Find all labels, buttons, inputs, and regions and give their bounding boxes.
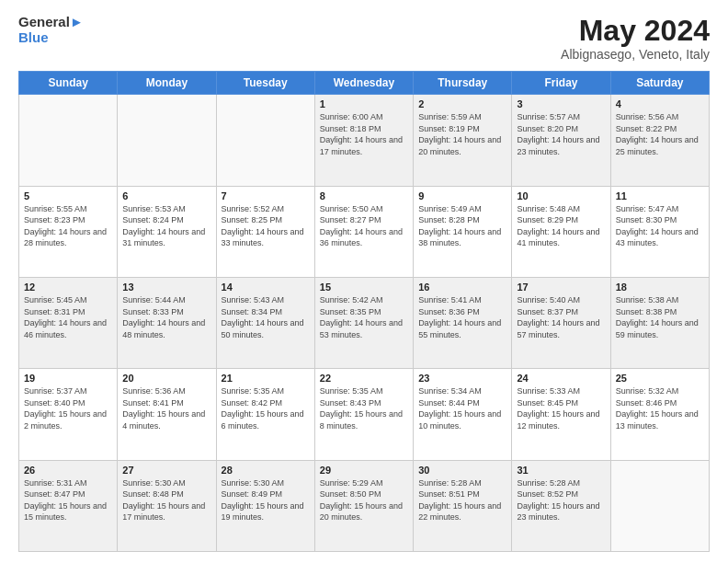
day-info: Sunrise: 5:29 AM Sunset: 8:50 PM Dayligh… bbox=[320, 477, 408, 523]
table-row: 9Sunrise: 5:49 AM Sunset: 8:28 PM Daylig… bbox=[414, 186, 512, 277]
day-info: Sunrise: 5:40 AM Sunset: 8:37 PM Dayligh… bbox=[517, 294, 605, 340]
day-info: Sunrise: 5:41 AM Sunset: 8:36 PM Dayligh… bbox=[418, 294, 506, 340]
day-number: 24 bbox=[517, 373, 605, 384]
day-number: 12 bbox=[24, 282, 112, 293]
calendar-week-row: 26Sunrise: 5:31 AM Sunset: 8:47 PM Dayli… bbox=[19, 460, 710, 551]
logo: General► Blue bbox=[18, 15, 84, 45]
day-info: Sunrise: 5:59 AM Sunset: 8:19 PM Dayligh… bbox=[418, 111, 506, 157]
day-number: 15 bbox=[320, 282, 408, 293]
day-number: 16 bbox=[418, 282, 506, 293]
table-row: 24Sunrise: 5:33 AM Sunset: 8:45 PM Dayli… bbox=[512, 369, 610, 460]
day-info: Sunrise: 5:44 AM Sunset: 8:33 PM Dayligh… bbox=[122, 294, 210, 340]
table-row: 21Sunrise: 5:35 AM Sunset: 8:42 PM Dayli… bbox=[216, 369, 314, 460]
day-number: 7 bbox=[222, 190, 310, 201]
day-number: 26 bbox=[24, 465, 112, 476]
day-info: Sunrise: 5:30 AM Sunset: 8:48 PM Dayligh… bbox=[122, 477, 210, 523]
table-row: 22Sunrise: 5:35 AM Sunset: 8:43 PM Dayli… bbox=[314, 369, 413, 460]
table-row: 29Sunrise: 5:29 AM Sunset: 8:50 PM Dayli… bbox=[314, 460, 413, 551]
day-info: Sunrise: 5:52 AM Sunset: 8:25 PM Dayligh… bbox=[222, 203, 310, 249]
table-row: 3Sunrise: 5:57 AM Sunset: 8:20 PM Daylig… bbox=[512, 95, 610, 186]
day-number: 6 bbox=[122, 190, 210, 201]
day-number: 20 bbox=[122, 373, 210, 384]
table-row: 1Sunrise: 6:00 AM Sunset: 8:18 PM Daylig… bbox=[314, 95, 413, 186]
table-row: 12Sunrise: 5:45 AM Sunset: 8:31 PM Dayli… bbox=[19, 277, 118, 368]
col-sunday: Sunday bbox=[19, 72, 118, 95]
day-info: Sunrise: 5:28 AM Sunset: 8:52 PM Dayligh… bbox=[517, 477, 605, 523]
table-row: 8Sunrise: 5:50 AM Sunset: 8:27 PM Daylig… bbox=[314, 186, 413, 277]
day-number: 25 bbox=[616, 373, 704, 384]
table-row bbox=[19, 95, 118, 186]
table-row: 4Sunrise: 5:56 AM Sunset: 8:22 PM Daylig… bbox=[610, 95, 709, 186]
table-row: 7Sunrise: 5:52 AM Sunset: 8:25 PM Daylig… bbox=[216, 186, 314, 277]
table-row: 11Sunrise: 5:47 AM Sunset: 8:30 PM Dayli… bbox=[610, 186, 709, 277]
calendar-table: Sunday Monday Tuesday Wednesday Thursday… bbox=[18, 71, 710, 552]
day-info: Sunrise: 5:47 AM Sunset: 8:30 PM Dayligh… bbox=[616, 203, 704, 249]
table-row: 6Sunrise: 5:53 AM Sunset: 8:24 PM Daylig… bbox=[118, 186, 216, 277]
calendar-week-row: 1Sunrise: 6:00 AM Sunset: 8:18 PM Daylig… bbox=[19, 95, 710, 186]
day-info: Sunrise: 5:42 AM Sunset: 8:35 PM Dayligh… bbox=[320, 294, 408, 340]
table-row: 27Sunrise: 5:30 AM Sunset: 8:48 PM Dayli… bbox=[118, 460, 216, 551]
day-info: Sunrise: 5:35 AM Sunset: 8:42 PM Dayligh… bbox=[222, 385, 310, 431]
day-info: Sunrise: 5:53 AM Sunset: 8:24 PM Dayligh… bbox=[122, 203, 210, 249]
day-info: Sunrise: 5:49 AM Sunset: 8:28 PM Dayligh… bbox=[418, 203, 506, 249]
day-info: Sunrise: 5:50 AM Sunset: 8:27 PM Dayligh… bbox=[320, 203, 408, 249]
logo-general: General► bbox=[18, 15, 84, 30]
col-monday: Monday bbox=[118, 72, 216, 95]
day-number: 19 bbox=[24, 373, 112, 384]
day-number: 3 bbox=[517, 98, 605, 109]
day-number: 8 bbox=[320, 190, 408, 201]
col-tuesday: Tuesday bbox=[216, 72, 314, 95]
calendar-week-row: 12Sunrise: 5:45 AM Sunset: 8:31 PM Dayli… bbox=[19, 277, 710, 368]
table-row: 17Sunrise: 5:40 AM Sunset: 8:37 PM Dayli… bbox=[512, 277, 610, 368]
table-row bbox=[118, 95, 216, 186]
day-info: Sunrise: 5:37 AM Sunset: 8:40 PM Dayligh… bbox=[24, 385, 112, 431]
day-info: Sunrise: 5:33 AM Sunset: 8:45 PM Dayligh… bbox=[517, 385, 605, 431]
calendar-week-row: 5Sunrise: 5:55 AM Sunset: 8:23 PM Daylig… bbox=[19, 186, 710, 277]
day-info: Sunrise: 5:28 AM Sunset: 8:51 PM Dayligh… bbox=[418, 477, 506, 523]
col-wednesday: Wednesday bbox=[314, 72, 413, 95]
day-info: Sunrise: 5:38 AM Sunset: 8:38 PM Dayligh… bbox=[616, 294, 704, 340]
day-info: Sunrise: 5:30 AM Sunset: 8:49 PM Dayligh… bbox=[222, 477, 310, 523]
day-number: 11 bbox=[616, 190, 704, 201]
day-info: Sunrise: 5:31 AM Sunset: 8:47 PM Dayligh… bbox=[24, 477, 112, 523]
calendar-header-row: Sunday Monday Tuesday Wednesday Thursday… bbox=[19, 72, 710, 95]
day-number: 31 bbox=[517, 465, 605, 476]
day-info: Sunrise: 5:55 AM Sunset: 8:23 PM Dayligh… bbox=[24, 203, 112, 249]
table-row: 5Sunrise: 5:55 AM Sunset: 8:23 PM Daylig… bbox=[19, 186, 118, 277]
day-info: Sunrise: 5:35 AM Sunset: 8:43 PM Dayligh… bbox=[320, 385, 408, 431]
table-row: 13Sunrise: 5:44 AM Sunset: 8:33 PM Dayli… bbox=[118, 277, 216, 368]
day-number: 5 bbox=[24, 190, 112, 201]
col-friday: Friday bbox=[512, 72, 610, 95]
day-number: 17 bbox=[517, 282, 605, 293]
table-row bbox=[216, 95, 314, 186]
day-number: 14 bbox=[222, 282, 310, 293]
table-row: 18Sunrise: 5:38 AM Sunset: 8:38 PM Dayli… bbox=[610, 277, 709, 368]
location: Albignasego, Veneto, Italy bbox=[561, 47, 710, 62]
day-info: Sunrise: 5:56 AM Sunset: 8:22 PM Dayligh… bbox=[616, 111, 704, 157]
col-thursday: Thursday bbox=[414, 72, 512, 95]
calendar-body: 1Sunrise: 6:00 AM Sunset: 8:18 PM Daylig… bbox=[19, 95, 710, 552]
page: General► Blue May 2024 Albignasego, Vene… bbox=[0, 0, 728, 563]
day-info: Sunrise: 6:00 AM Sunset: 8:18 PM Dayligh… bbox=[320, 111, 408, 157]
day-info: Sunrise: 5:36 AM Sunset: 8:41 PM Dayligh… bbox=[122, 385, 210, 431]
day-number: 13 bbox=[122, 282, 210, 293]
day-info: Sunrise: 5:34 AM Sunset: 8:44 PM Dayligh… bbox=[418, 385, 506, 431]
day-info: Sunrise: 5:43 AM Sunset: 8:34 PM Dayligh… bbox=[222, 294, 310, 340]
table-row: 2Sunrise: 5:59 AM Sunset: 8:19 PM Daylig… bbox=[414, 95, 512, 186]
logo-blue: Blue bbox=[18, 30, 84, 46]
table-row: 16Sunrise: 5:41 AM Sunset: 8:36 PM Dayli… bbox=[414, 277, 512, 368]
table-row: 25Sunrise: 5:32 AM Sunset: 8:46 PM Dayli… bbox=[610, 369, 709, 460]
table-row: 14Sunrise: 5:43 AM Sunset: 8:34 PM Dayli… bbox=[216, 277, 314, 368]
day-number: 21 bbox=[222, 373, 310, 384]
day-number: 4 bbox=[616, 98, 704, 109]
table-row: 19Sunrise: 5:37 AM Sunset: 8:40 PM Dayli… bbox=[19, 369, 118, 460]
day-number: 10 bbox=[517, 190, 605, 201]
day-number: 1 bbox=[320, 98, 408, 109]
day-info: Sunrise: 5:32 AM Sunset: 8:46 PM Dayligh… bbox=[616, 385, 704, 431]
day-info: Sunrise: 5:57 AM Sunset: 8:20 PM Dayligh… bbox=[517, 111, 605, 157]
table-row: 20Sunrise: 5:36 AM Sunset: 8:41 PM Dayli… bbox=[118, 369, 216, 460]
day-number: 2 bbox=[418, 98, 506, 109]
table-row: 15Sunrise: 5:42 AM Sunset: 8:35 PM Dayli… bbox=[314, 277, 413, 368]
day-number: 29 bbox=[320, 465, 408, 476]
day-number: 28 bbox=[222, 465, 310, 476]
